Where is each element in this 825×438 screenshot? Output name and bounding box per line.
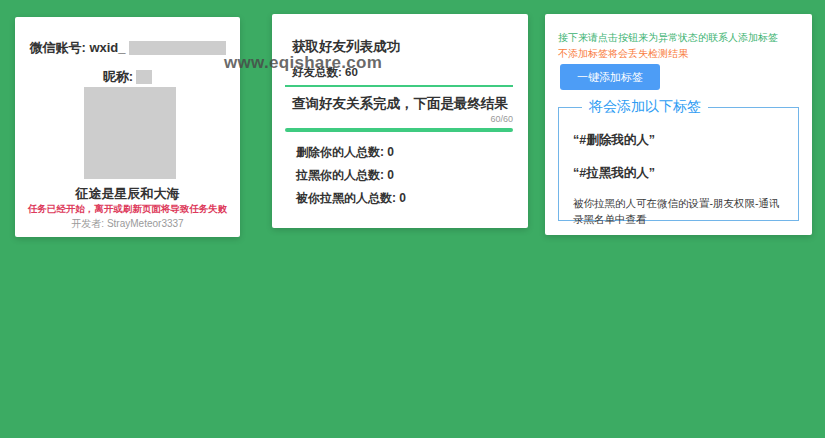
step2-progress-bar xyxy=(285,128,513,132)
tag-panel: 接下来请点击按钮来为异常状态的联系人添加标签 不添加标签将会丢失检测结果 一键添… xyxy=(545,14,812,235)
tag-loss-warning-text: 不添加标签将会丢失检测结果 xyxy=(558,47,688,61)
step2-title: 查询好友关系完成，下面是最终结果 xyxy=(292,95,508,113)
tag-blocked-label: “#拉黑我的人” xyxy=(573,165,784,182)
tags-preview-box: 将会添加以下标签 “#删除我的人” “#拉黑我的人” 被你拉黑的人可在微信的设置… xyxy=(558,98,799,221)
task-warning-text: 任务已经开始，离开或刷新页面将导致任务失败 xyxy=(15,203,240,216)
deleted-you-count: 删除你的人总数: 0 xyxy=(296,144,394,161)
account-panel: 微信账号: wxid_ 昵称: 征途是星辰和大海 任务已经开始，离开或刷新页面将… xyxy=(15,17,240,237)
step1-title: 获取好友列表成功 xyxy=(292,38,400,56)
friend-total-text: 好友总数: 60 xyxy=(292,65,358,80)
result-panel: 获取好友列表成功 好友总数: 60 查询好友关系完成，下面是最终结果 60/60… xyxy=(272,14,528,228)
avatar xyxy=(84,87,176,179)
blacklist-note-text: 被你拉黑的人可在微信的设置-朋友权限-通讯录黑名单中查看 xyxy=(573,195,784,228)
wechat-account-row: 微信账号: wxid_ xyxy=(15,39,240,57)
page-background: www.eqishare.com 微信账号: wxid_ 昵称: 征途是星辰和大… xyxy=(0,0,825,438)
wechat-account-label: 微信账号: wxid_ xyxy=(29,39,125,57)
blocked-you-count: 拉黑你的人总数: 0 xyxy=(296,167,394,184)
add-tags-button[interactable]: 一键添加标签 xyxy=(560,64,660,90)
account-id-redaction xyxy=(129,41,226,55)
nickname-label: 昵称: xyxy=(103,68,133,86)
you-blocked-count: 被你拉黑的人总数: 0 xyxy=(296,190,406,207)
step1-progress-bar xyxy=(285,85,513,87)
tags-box-title: 将会添加以下标签 xyxy=(582,98,708,116)
nickname-row: 昵称: xyxy=(15,68,240,86)
tag-instruction-text: 接下来请点击按钮来为异常状态的联系人添加标签 xyxy=(558,31,778,45)
tag-deleted-label: “#删除我的人” xyxy=(573,132,784,149)
progress-count-label: 60/60 xyxy=(490,114,513,124)
developer-credit: 开发者: StrayMeteor3337 xyxy=(15,217,240,231)
signature-text: 征途是星辰和大海 xyxy=(15,185,240,203)
nickname-redaction xyxy=(136,70,152,84)
